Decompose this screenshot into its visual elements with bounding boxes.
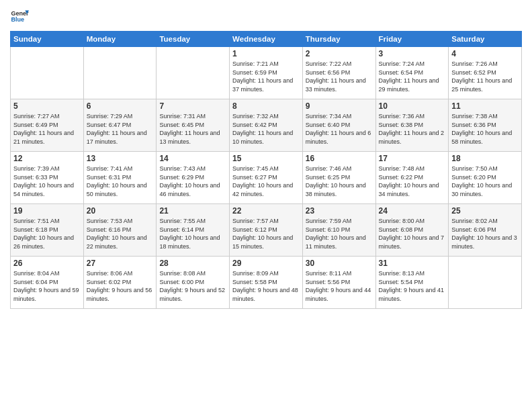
day-info: Sunrise: 7:45 AMSunset: 6:27 PMDaylight:… — [232, 165, 300, 198]
day-info: Sunrise: 7:57 AMSunset: 6:12 PMDaylight:… — [232, 217, 300, 250]
day-number: 17 — [379, 154, 446, 163]
col-monday: Monday — [83, 32, 157, 47]
col-tuesday: Tuesday — [157, 32, 230, 47]
day-info: Sunrise: 7:51 AMSunset: 6:18 PMDaylight:… — [13, 217, 81, 250]
day-info: Sunrise: 8:06 AMSunset: 6:02 PMDaylight:… — [87, 269, 154, 303]
day-info: Sunrise: 7:22 AMSunset: 6:56 PMDaylight:… — [306, 60, 373, 93]
day-number: 19 — [13, 206, 81, 216]
day-number: 27 — [87, 259, 154, 268]
day-info: Sunrise: 8:08 AMSunset: 6:00 PMDaylight:… — [159, 269, 226, 303]
day-number: 4 — [451, 49, 519, 58]
day-info: Sunrise: 7:27 AMSunset: 6:49 PMDaylight:… — [13, 112, 81, 146]
day-number: 30 — [306, 259, 373, 268]
calendar-cell: 2 Sunrise: 7:22 AMSunset: 6:56 PMDayligh… — [302, 47, 375, 99]
calendar-cell — [157, 47, 230, 99]
day-number: 31 — [379, 259, 446, 268]
day-number: 14 — [159, 154, 226, 163]
day-info: Sunrise: 7:34 AMSunset: 6:40 PMDaylight:… — [306, 112, 373, 146]
day-number: 22 — [232, 206, 300, 216]
calendar-cell: 25 Sunrise: 8:02 AMSunset: 6:06 PMDaylig… — [449, 204, 522, 257]
svg-text:Blue: Blue — [11, 16, 24, 23]
day-number: 3 — [379, 49, 446, 58]
day-info: Sunrise: 8:00 AMSunset: 6:08 PMDaylight:… — [379, 217, 446, 250]
day-number: 18 — [451, 154, 519, 163]
calendar-cell: 23 Sunrise: 7:59 AMSunset: 6:10 PMDaylig… — [302, 204, 375, 257]
day-info: Sunrise: 7:39 AMSunset: 6:33 PMDaylight:… — [13, 165, 81, 198]
calendar-cell: 4 Sunrise: 7:26 AMSunset: 6:52 PMDayligh… — [449, 47, 522, 99]
day-number: 7 — [159, 101, 226, 111]
calendar-cell: 21 Sunrise: 7:55 AMSunset: 6:14 PMDaylig… — [157, 204, 230, 257]
day-number: 21 — [159, 206, 226, 216]
day-info: Sunrise: 7:43 AMSunset: 6:29 PMDaylight:… — [159, 165, 226, 198]
day-info: Sunrise: 7:53 AMSunset: 6:16 PMDaylight:… — [87, 217, 154, 250]
day-number: 24 — [379, 206, 446, 216]
calendar-week-row: 12 Sunrise: 7:39 AMSunset: 6:33 PMDaylig… — [11, 152, 522, 204]
calendar-cell: 18 Sunrise: 7:50 AMSunset: 6:20 PMDaylig… — [449, 152, 522, 204]
calendar-cell: 28 Sunrise: 8:08 AMSunset: 6:00 PMDaylig… — [157, 257, 230, 309]
calendar-cell: 29 Sunrise: 8:09 AMSunset: 5:58 PMDaylig… — [230, 257, 303, 309]
calendar-cell: 26 Sunrise: 8:04 AMSunset: 6:04 PMDaylig… — [11, 257, 84, 309]
day-number: 16 — [306, 154, 373, 163]
calendar-cell: 11 Sunrise: 7:38 AMSunset: 6:36 PMDaylig… — [449, 99, 522, 152]
calendar-table: Sunday Monday Tuesday Wednesday Thursday… — [10, 31, 522, 309]
calendar-cell: 31 Sunrise: 8:13 AMSunset: 5:54 PMDaylig… — [375, 257, 449, 309]
col-friday: Friday — [375, 32, 449, 47]
col-wednesday: Wednesday — [230, 32, 303, 47]
calendar-cell: 10 Sunrise: 7:36 AMSunset: 6:38 PMDaylig… — [375, 99, 449, 152]
calendar-cell: 13 Sunrise: 7:41 AMSunset: 6:31 PMDaylig… — [83, 152, 157, 204]
day-info: Sunrise: 7:21 AMSunset: 6:59 PMDaylight:… — [232, 60, 300, 93]
day-number: 12 — [13, 154, 81, 163]
day-number: 5 — [13, 101, 81, 111]
day-number: 29 — [232, 259, 300, 268]
day-number: 26 — [13, 259, 81, 268]
day-info: Sunrise: 8:04 AMSunset: 6:04 PMDaylight:… — [13, 269, 81, 303]
day-number: 1 — [232, 49, 300, 58]
calendar-week-row: 26 Sunrise: 8:04 AMSunset: 6:04 PMDaylig… — [11, 257, 522, 309]
logo: General Blue — [10, 7, 29, 26]
day-info: Sunrise: 8:13 AMSunset: 5:54 PMDaylight:… — [379, 269, 446, 303]
calendar-cell: 15 Sunrise: 7:45 AMSunset: 6:27 PMDaylig… — [230, 152, 303, 204]
calendar-cell: 16 Sunrise: 7:46 AMSunset: 6:25 PMDaylig… — [302, 152, 375, 204]
day-info: Sunrise: 8:02 AMSunset: 6:06 PMDaylight:… — [451, 217, 519, 250]
day-number: 8 — [232, 101, 300, 111]
day-info: Sunrise: 7:46 AMSunset: 6:25 PMDaylight:… — [306, 165, 373, 198]
day-number: 23 — [306, 206, 373, 216]
day-info: Sunrise: 7:36 AMSunset: 6:38 PMDaylight:… — [379, 112, 446, 146]
day-info: Sunrise: 7:55 AMSunset: 6:14 PMDaylight:… — [159, 217, 226, 250]
calendar-cell — [11, 47, 84, 99]
calendar-cell: 3 Sunrise: 7:24 AMSunset: 6:54 PMDayligh… — [375, 47, 449, 99]
calendar-header-row: Sunday Monday Tuesday Wednesday Thursday… — [11, 32, 522, 47]
calendar-cell: 27 Sunrise: 8:06 AMSunset: 6:02 PMDaylig… — [83, 257, 157, 309]
day-number: 11 — [451, 101, 519, 111]
day-info: Sunrise: 7:29 AMSunset: 6:47 PMDaylight:… — [87, 112, 154, 146]
day-info: Sunrise: 7:50 AMSunset: 6:20 PMDaylight:… — [451, 165, 519, 198]
calendar-cell: 1 Sunrise: 7:21 AMSunset: 6:59 PMDayligh… — [230, 47, 303, 99]
col-thursday: Thursday — [302, 32, 375, 47]
day-number: 28 — [159, 259, 226, 268]
calendar-cell: 24 Sunrise: 8:00 AMSunset: 6:08 PMDaylig… — [375, 204, 449, 257]
day-number: 15 — [232, 154, 300, 163]
day-number: 13 — [87, 154, 154, 163]
day-number: 2 — [306, 49, 373, 58]
calendar-cell: 30 Sunrise: 8:11 AMSunset: 5:56 PMDaylig… — [302, 257, 375, 309]
col-sunday: Sunday — [11, 32, 84, 47]
calendar-week-row: 5 Sunrise: 7:27 AMSunset: 6:49 PMDayligh… — [11, 99, 522, 152]
day-info: Sunrise: 7:38 AMSunset: 6:36 PMDaylight:… — [451, 112, 519, 146]
col-saturday: Saturday — [449, 32, 522, 47]
calendar-cell — [83, 47, 157, 99]
day-number: 25 — [451, 206, 519, 216]
calendar-cell: 6 Sunrise: 7:29 AMSunset: 6:47 PMDayligh… — [83, 99, 157, 152]
day-info: Sunrise: 7:48 AMSunset: 6:22 PMDaylight:… — [379, 165, 446, 198]
day-info: Sunrise: 8:09 AMSunset: 5:58 PMDaylight:… — [232, 269, 300, 303]
calendar-cell: 5 Sunrise: 7:27 AMSunset: 6:49 PMDayligh… — [11, 99, 84, 152]
calendar-cell: 19 Sunrise: 7:51 AMSunset: 6:18 PMDaylig… — [11, 204, 84, 257]
day-info: Sunrise: 7:26 AMSunset: 6:52 PMDaylight:… — [451, 60, 519, 93]
calendar-cell: 20 Sunrise: 7:53 AMSunset: 6:16 PMDaylig… — [83, 204, 157, 257]
calendar-cell — [449, 257, 522, 309]
calendar-cell: 17 Sunrise: 7:48 AMSunset: 6:22 PMDaylig… — [375, 152, 449, 204]
day-info: Sunrise: 7:31 AMSunset: 6:45 PMDaylight:… — [159, 112, 226, 146]
calendar-week-row: 1 Sunrise: 7:21 AMSunset: 6:59 PMDayligh… — [11, 47, 522, 99]
calendar-week-row: 19 Sunrise: 7:51 AMSunset: 6:18 PMDaylig… — [11, 204, 522, 257]
day-info: Sunrise: 7:41 AMSunset: 6:31 PMDaylight:… — [87, 165, 154, 198]
day-number: 6 — [87, 101, 154, 111]
